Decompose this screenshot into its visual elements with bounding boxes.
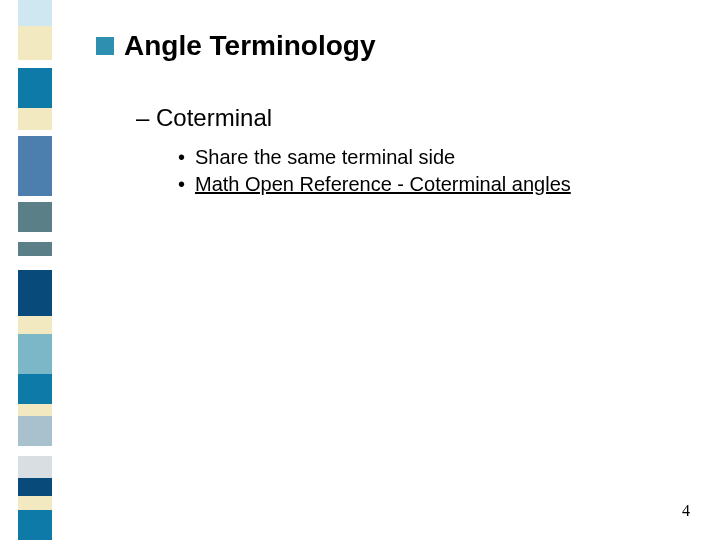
sidebar-stripe	[18, 446, 52, 456]
sidebar-stripe	[18, 456, 52, 478]
sidebar-stripe	[18, 374, 52, 404]
page-number: 4	[682, 502, 690, 520]
sidebar-stripe	[18, 510, 52, 540]
bullet-dot-icon: •	[178, 147, 185, 167]
sidebar-stripe	[18, 256, 52, 270]
list-item: • Math Open Reference - Coterminal angle…	[178, 173, 680, 196]
sidebar-stripe	[18, 60, 52, 68]
sidebar-stripe	[18, 478, 52, 496]
sidebar-stripe	[18, 270, 52, 316]
sidebar-stripe	[18, 416, 52, 446]
list-item: • Share the same terminal side	[178, 146, 680, 169]
sidebar-stripe	[18, 316, 52, 334]
sidebar-stripe	[18, 202, 52, 232]
subheading-line: – Coterminal	[136, 104, 680, 132]
sidebar-stripe	[18, 242, 52, 256]
sidebar-stripe	[18, 232, 52, 242]
square-bullet-icon	[96, 37, 114, 55]
sidebar-stripe	[18, 334, 52, 374]
sidebar-stripe	[18, 26, 52, 60]
slide-content: Angle Terminology – Coterminal • Share t…	[96, 30, 680, 200]
subheading-dash: –	[136, 104, 156, 131]
sidebar-stripe	[18, 68, 52, 108]
sidebar-stripe	[18, 0, 52, 26]
sidebar-stripe	[18, 136, 52, 196]
heading-text: Angle Terminology	[124, 30, 376, 62]
bullet-list: • Share the same terminal side • Math Op…	[178, 146, 680, 196]
subheading-text: Coterminal	[156, 104, 272, 131]
sidebar-stripe	[18, 496, 52, 510]
bullet-link[interactable]: Math Open Reference - Coterminal angles	[195, 173, 571, 196]
sidebar-stripe	[18, 404, 52, 416]
sidebar-stripe	[18, 108, 52, 130]
decorative-sidebar	[18, 0, 52, 540]
bullet-dot-icon: •	[178, 174, 185, 194]
heading-line: Angle Terminology	[96, 30, 680, 62]
bullet-text: Share the same terminal side	[195, 146, 455, 169]
